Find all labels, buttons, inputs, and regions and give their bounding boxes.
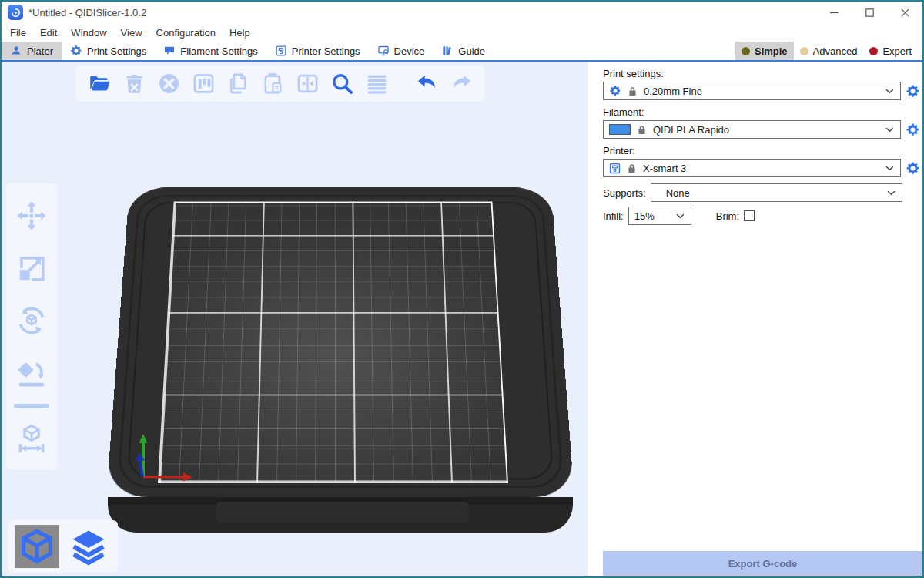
tab-filament-settings[interactable]: Filament Settings — [155, 42, 266, 60]
arrange-icon — [192, 72, 216, 96]
print-settings-gear-button[interactable] — [906, 84, 920, 99]
supports-label: Supports: — [603, 187, 646, 199]
tab-device[interactable]: Device — [369, 42, 434, 60]
tab-guide[interactable]: Guide — [433, 42, 494, 60]
tab-plater[interactable]: Plater — [2, 42, 62, 60]
supports-value: None — [657, 187, 690, 199]
object-manipulation-toolbar — [6, 183, 57, 469]
viewport-3d[interactable] — [2, 62, 588, 576]
brim-checkbox[interactable] — [744, 210, 755, 221]
main-area: Print settings: 0.20mm Fine Filament: QI… — [2, 62, 922, 576]
export-gcode-button[interactable]: Export G-code — [603, 551, 922, 576]
filament-combo[interactable]: QIDI PLA Rapido — [603, 120, 901, 139]
menu-window[interactable]: Window — [64, 23, 113, 42]
toolbar-separator — [14, 404, 49, 408]
chevron-down-icon — [887, 190, 896, 196]
printer-icon — [609, 163, 621, 174]
mode-simple-label: Simple — [755, 45, 788, 57]
printer-combo[interactable]: X-smart 3 — [603, 159, 901, 177]
lock-icon — [627, 163, 637, 173]
delete-all-icon — [157, 72, 181, 96]
layers-view-button[interactable] — [66, 525, 111, 568]
gear-icon — [609, 85, 621, 97]
split-panes-icon — [296, 72, 320, 96]
measure-button[interactable] — [15, 422, 49, 455]
place-on-face-icon — [15, 357, 48, 389]
expert-dot-icon — [869, 47, 878, 55]
print-settings-value: 0.20mm Fine — [644, 86, 702, 97]
menu-file[interactable]: File — [3, 23, 33, 42]
app-logo-icon — [8, 5, 23, 20]
lock-icon — [637, 124, 647, 135]
open-folder-icon — [88, 72, 112, 96]
trash-icon — [122, 72, 146, 96]
tab-printer-settings[interactable]: Printer Settings — [266, 42, 369, 60]
filament-gear-button[interactable] — [906, 123, 920, 137]
redo-button[interactable] — [448, 71, 474, 97]
plater-toolbar — [75, 66, 485, 102]
supports-combo[interactable]: None — [651, 183, 902, 202]
menu-edit[interactable]: Edit — [33, 23, 64, 42]
print-settings-label: Print settings: — [603, 68, 920, 79]
mode-switcher: Simple Advanced Expert — [735, 42, 922, 60]
rotate-icon — [15, 304, 48, 337]
move-button[interactable] — [15, 199, 49, 233]
arrange-button[interactable] — [190, 71, 216, 97]
scale-icon — [15, 252, 48, 284]
filament-value: QIDI PLA Rapido — [653, 124, 729, 136]
print-settings-combo[interactable]: 0.20mm Fine — [603, 82, 901, 100]
bed-top-surface — [106, 187, 574, 497]
3d-cube-icon — [18, 527, 56, 566]
brim-label: Brim: — [716, 210, 739, 222]
lock-icon — [628, 86, 638, 96]
undo-button[interactable] — [413, 71, 440, 97]
mode-expert[interactable]: Expert — [863, 42, 918, 60]
menu-help[interactable]: Help — [223, 23, 257, 42]
scale-button[interactable] — [15, 251, 49, 285]
mode-simple[interactable]: Simple — [735, 42, 794, 60]
layers-icon — [69, 527, 108, 566]
delete-button[interactable] — [121, 71, 147, 97]
search-button[interactable] — [329, 71, 355, 97]
infill-combo[interactable]: 15% — [628, 207, 691, 225]
mode-advanced[interactable]: Advanced — [794, 42, 864, 60]
infill-value: 15% — [634, 210, 654, 222]
tab-print-settings-label: Print Settings — [87, 45, 146, 57]
tab-printer-settings-label: Printer Settings — [292, 45, 360, 57]
window-controls — [816, 2, 922, 23]
close-button[interactable] — [887, 2, 922, 23]
tab-print-settings[interactable]: Print Settings — [62, 42, 155, 60]
paste-icon — [261, 72, 285, 96]
copy-button[interactable] — [225, 71, 251, 97]
filament-label: Filament: — [603, 106, 920, 118]
title-bar: *Untitled - QIDISlicer-1.0.2 — [2, 2, 922, 23]
tab-plater-label: Plater — [27, 45, 53, 57]
search-icon — [330, 72, 354, 96]
chevron-down-icon — [886, 166, 894, 171]
menu-view[interactable]: View — [114, 23, 149, 42]
rotate-button[interactable] — [15, 304, 49, 338]
menu-configuration[interactable]: Configuration — [149, 23, 223, 42]
printer-gear-button[interactable] — [906, 161, 920, 176]
variable-layer-height-button[interactable] — [363, 71, 390, 97]
delete-all-button[interactable] — [156, 71, 182, 97]
mode-advanced-label: Advanced — [813, 45, 858, 57]
view-switcher — [8, 520, 118, 573]
place-on-face-button[interactable] — [15, 356, 49, 390]
settings-panel: Print settings: 0.20mm Fine Filament: QI… — [588, 62, 922, 576]
minimize-button[interactable] — [816, 2, 852, 23]
3d-view-button[interactable] — [15, 525, 59, 568]
paste-button[interactable] — [259, 71, 286, 97]
redo-icon — [450, 72, 474, 96]
filament-color-swatch — [609, 124, 631, 135]
bed-handle — [216, 502, 470, 523]
printer-value: X-smart 3 — [643, 163, 686, 174]
tab-device-label: Device — [394, 45, 425, 57]
guide-icon — [441, 45, 454, 57]
split-view-button[interactable] — [294, 71, 320, 97]
advanced-dot-icon — [800, 47, 808, 55]
tab-bar: Plater Print Settings Filament Settings … — [2, 42, 922, 62]
mode-expert-label: Expert — [882, 45, 912, 57]
maximize-button[interactable] — [852, 2, 887, 23]
open-button[interactable] — [86, 71, 112, 97]
